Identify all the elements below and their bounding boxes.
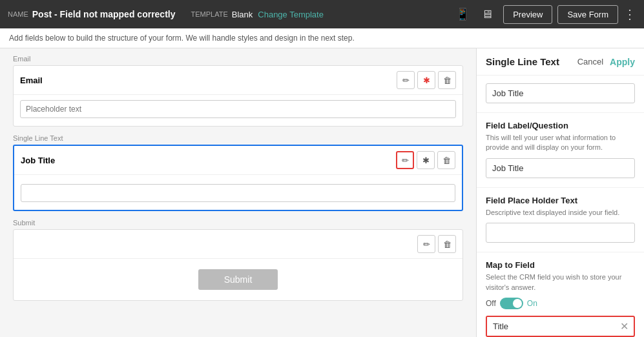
placeholder-input[interactable] (486, 223, 635, 243)
email-placeholder-input[interactable] (20, 100, 456, 118)
email-field-body (14, 95, 462, 126)
panel-job-title-section (477, 76, 644, 113)
more-options-button[interactable]: ⋮ (623, 6, 636, 22)
placeholder-title: Field Place Holder Text (486, 196, 635, 205)
save-form-button[interactable]: Save Form (557, 5, 618, 24)
top-bar: NAME Post - Field not mapped correctly T… (0, 0, 644, 28)
map-toggle-switch[interactable] (500, 298, 523, 309)
submit-section-label: Submit (13, 219, 463, 227)
map-to-field-desc: Select the CRM field you wish to store y… (486, 272, 635, 292)
email-delete-button[interactable]: 🗑 (438, 71, 456, 89)
panel-apply-button[interactable]: Apply (610, 57, 635, 67)
device-icons: 📱 🖥 (453, 5, 495, 24)
single-line-field-header: Job Title ✏ ✱ 🗑 (14, 146, 462, 175)
submit-card-header: ✏ 🗑 (14, 230, 462, 259)
field-label-input[interactable] (486, 158, 635, 178)
single-line-field-title: Job Title (21, 156, 396, 165)
submit-card-body: Submit (14, 259, 462, 300)
panel-cancel-button[interactable]: Cancel (577, 57, 603, 66)
map-field-input[interactable] (487, 317, 615, 336)
name-label: NAME (8, 10, 28, 18)
form-name: Post - Field not mapped correctly (32, 9, 176, 19)
panel-map-section: Map to Field Select the CRM field you wi… (477, 252, 644, 337)
single-line-field-body (14, 175, 462, 210)
single-line-required-button[interactable]: ✱ (417, 151, 435, 169)
single-line-delete-button[interactable]: 🗑 (437, 151, 455, 169)
info-bar: Add fields below to build the structure … (0, 28, 644, 48)
panel-placeholder-section: Field Place Holder Text Descriptive text… (477, 188, 644, 252)
panel-header: Single Line Text Cancel Apply (477, 48, 644, 76)
email-required-button[interactable]: ✱ (417, 71, 435, 89)
single-line-field-actions: ✏ ✱ 🗑 (396, 151, 455, 169)
map-field-input-row: ✕ (486, 316, 635, 337)
email-section-label: Email (13, 55, 463, 63)
right-panel: Single Line Text Cancel Apply Field Labe… (476, 48, 644, 337)
single-line-field-card: Job Title ✏ ✱ 🗑 (13, 145, 463, 211)
panel-job-title-input[interactable] (486, 83, 635, 103)
submit-edit-button[interactable]: ✏ (417, 235, 435, 253)
form-canvas: Email Email ✏ ✱ 🗑 Single Line Text Job T… (0, 48, 476, 337)
panel-title: Single Line Text (486, 56, 577, 67)
field-label-title: Field Label/Question (486, 121, 635, 130)
email-field-header: Email ✏ ✱ 🗑 (14, 66, 462, 95)
template-label: TEMPLATE (191, 10, 227, 18)
map-to-field-title: Map to Field (486, 260, 635, 270)
map-field-clear-button[interactable]: ✕ (615, 320, 634, 332)
submit-button[interactable]: Submit (198, 269, 278, 290)
preview-button[interactable]: Preview (503, 5, 552, 24)
placeholder-desc: Descriptive text displayed inside your f… (486, 208, 635, 218)
info-text: Add fields below to build the structure … (9, 34, 355, 43)
template-value: Blank (232, 10, 253, 19)
email-field-actions: ✏ ✱ 🗑 (397, 71, 456, 89)
email-edit-button[interactable]: ✏ (397, 71, 415, 89)
submit-delete-button[interactable]: 🗑 (438, 235, 456, 253)
change-template-link[interactable]: Change Template (258, 10, 324, 19)
email-field-card: Email ✏ ✱ 🗑 (13, 65, 463, 127)
submit-card: ✏ 🗑 Submit (13, 229, 463, 301)
single-line-edit-button[interactable]: ✏ (396, 151, 414, 169)
map-toggle-off-label: Off (486, 299, 496, 308)
map-toggle-on-label: On (527, 299, 537, 308)
desktop-icon[interactable]: 🖥 (479, 5, 495, 24)
email-field-title: Email (20, 76, 397, 85)
mobile-icon[interactable]: 📱 (453, 5, 472, 24)
field-label-desc: This will tell your user what informatio… (486, 133, 635, 153)
main-layout: Email Email ✏ ✱ 🗑 Single Line Text Job T… (0, 48, 644, 337)
map-toggle-row: Off On (486, 298, 635, 309)
single-line-section-label: Single Line Text (13, 134, 463, 142)
panel-field-label-section: Field Label/Question This will tell your… (477, 113, 644, 188)
single-line-text-input[interactable] (21, 184, 455, 202)
